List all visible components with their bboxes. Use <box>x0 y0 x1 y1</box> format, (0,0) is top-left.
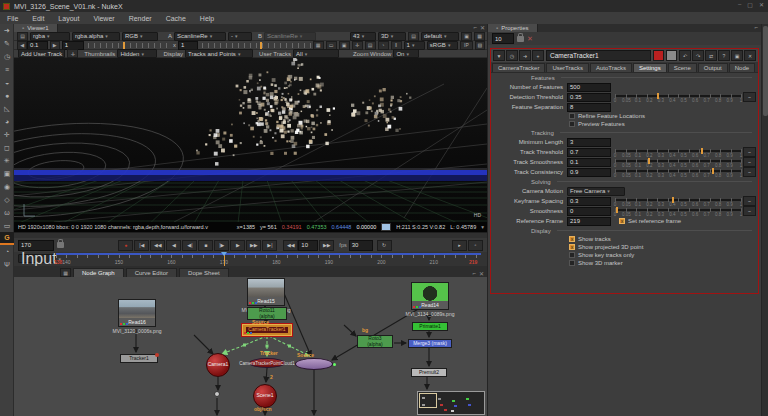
checkbox[interactable] <box>569 113 575 119</box>
tab-dope-sheet[interactable]: Dope Sheet <box>179 268 229 277</box>
node-tab-settings[interactable]: Settings <box>633 63 667 72</box>
timeline-ruler[interactable]: 140150160170180190200210138219 <box>56 252 481 266</box>
node-tab-usertracks[interactable]: UserTracks <box>546 63 588 72</box>
viewer-tool-icon-3[interactable]: ✛ <box>352 41 363 50</box>
lut-dropdown[interactable]: sRGB▾ <box>427 41 458 50</box>
toolsets-icon[interactable]: ω <box>0 206 14 219</box>
param-field[interactable]: 8 <box>567 103 611 112</box>
transport-7[interactable]: ▶ <box>230 240 245 251</box>
3d-icon[interactable]: ◻ <box>0 141 14 154</box>
node-tab-scene[interactable]: Scene <box>668 63 697 72</box>
gamma-slider[interactable] <box>202 43 310 48</box>
dag-navigator-minimap[interactable] <box>417 391 485 415</box>
node-graph-canvas[interactable]: Read16MVI_3120_0006s.pngTracker1Read15MV… <box>14 277 487 416</box>
properties-scrollbar[interactable] <box>761 24 768 416</box>
curve-editor-button[interactable]: ~ <box>743 92 756 102</box>
menu-help[interactable]: Help <box>193 15 221 22</box>
window-control-0[interactable]: – <box>738 1 741 8</box>
checkbox[interactable]: x <box>619 218 625 224</box>
viewer-tool-icon-5[interactable]: ◔ <box>378 41 389 50</box>
time-icon[interactable]: ◷ <box>0 50 14 63</box>
render-button[interactable]: ▫ <box>468 240 483 251</box>
node-tab-autotracks[interactable]: AutoTracks <box>590 63 632 72</box>
channel-icon[interactable]: ≡ <box>0 63 14 76</box>
track-pointer-icon[interactable]: ✛ <box>67 49 78 58</box>
param-field[interactable]: 0.35 <box>567 93 611 102</box>
tab-properties[interactable]: ▪Properties <box>488 24 538 32</box>
guides-icon[interactable]: ▦ <box>474 32 485 41</box>
transport-8[interactable]: ▶▶ <box>246 240 261 251</box>
camera-dropdown[interactable]: default▾ <box>421 32 459 41</box>
param-slider[interactable]: 00.050.10.20.30.40.50.60.70.80.91 <box>615 157 741 167</box>
loop-mode-button[interactable]: ↻ <box>377 240 392 251</box>
param-field[interactable]: 500 <box>567 83 611 92</box>
particles-icon[interactable]: ✳ <box>0 154 14 167</box>
node-tab-node[interactable]: Node <box>729 63 755 72</box>
alpha-layer-dropdown[interactable]: rgba.alpha▾ <box>72 32 120 41</box>
panel-header-icon-l3[interactable]: + <box>532 50 544 61</box>
merge-icon[interactable]: ◕ <box>0 115 14 128</box>
image-icon[interactable]: ➜ <box>0 24 14 37</box>
draw-icon[interactable]: ✎ <box>0 37 14 50</box>
lock-view-icon[interactable]: ▣ <box>461 32 472 41</box>
param-slider[interactable]: 00.050.10.20.30.40.50.60.70.80.91 <box>615 147 741 157</box>
transport-3[interactable]: ◀ <box>166 240 181 251</box>
keyer-icon[interactable]: ◺ <box>0 102 14 115</box>
transport-2[interactable]: ◀◀ <box>150 240 165 251</box>
dag-node-merge3-(mask)[interactable]: Merge3 (mask) <box>408 339 452 348</box>
param-field[interactable]: 0.3 <box>567 197 611 206</box>
panel-header-icon-r1[interactable]: ↷ <box>692 50 704 61</box>
viewer-tool-icon-2[interactable]: ▣ <box>339 41 350 50</box>
viewer-tool-icon-4[interactable]: ▤ <box>365 41 376 50</box>
lock-range-icon[interactable] <box>57 242 64 248</box>
dag-pane-corner[interactable]: ⌐✕ <box>472 270 484 277</box>
panel-header-icon-r2[interactable]: ⇄ <box>705 50 717 61</box>
view-select-dropdown[interactable]: 3D▾ <box>378 32 406 41</box>
param-field[interactable]: 3 <box>567 138 611 147</box>
stamp-icon[interactable]: Ψ <box>0 258 14 271</box>
dag-node-tracker1[interactable]: Tracker1 <box>120 354 158 363</box>
display-dropdown[interactable]: Tracks and Points▾ <box>185 49 253 58</box>
dag-node-read14[interactable]: Read14 <box>411 282 449 310</box>
param-field[interactable]: 0.1 <box>567 158 611 167</box>
checkbox[interactable]: x <box>569 236 575 242</box>
panel-header-icon-r3[interactable]: ? <box>718 50 730 61</box>
transport-4[interactable]: ◀| <box>182 240 197 251</box>
transform-icon[interactable]: ✛ <box>0 128 14 141</box>
tab-node-graph[interactable]: Node Graph <box>73 268 124 277</box>
node-tab-output[interactable]: Output <box>698 63 728 72</box>
transport-1[interactable]: |◀ <box>134 240 149 251</box>
transport-5[interactable]: ■ <box>198 240 213 251</box>
thumbnails-dropdown[interactable]: Hidden▾ <box>117 49 157 58</box>
curve-editor-button[interactable]: ~ <box>743 196 756 206</box>
frame-inc-field[interactable]: 10 <box>298 240 318 251</box>
input-process-button[interactable]: IP <box>460 41 473 50</box>
zoom-dropdown[interactable]: 43▾ <box>350 32 376 41</box>
dag-node-scene1[interactable]: Scene1 <box>253 384 277 408</box>
curve-editor-button[interactable]: ~ <box>743 206 756 216</box>
dag-node-read16[interactable]: Read16 <box>118 299 156 327</box>
param-field[interactable]: 0 <box>567 207 611 216</box>
filter-icon[interactable]: ● <box>0 89 14 102</box>
layer-dropdown[interactable]: rgba▾ <box>30 32 70 41</box>
range-source-dropdown[interactable]: Input▾ <box>18 254 56 263</box>
panel-header-icon-r5[interactable]: ✕ <box>744 50 756 61</box>
frame-inc-back-button[interactable]: ◀◀ <box>283 240 298 251</box>
param-slider[interactable]: 00.050.10.20.30.40.50.60.70.80.91 <box>615 206 741 216</box>
curve-editor-button[interactable]: ~ <box>743 167 756 177</box>
flipbook-icon[interactable]: ▤ <box>408 32 419 41</box>
window-control-1[interactable]: ▢ <box>747 1 753 8</box>
close-all-panels-icon[interactable]: ✕ <box>527 35 533 43</box>
param-slider[interactable]: 00.050.10.20.30.40.50.60.70.80.91 <box>615 167 741 177</box>
dag-node-primatte1[interactable]: Primatte1 <box>412 322 448 331</box>
dag-node-dot1[interactable] <box>214 391 220 397</box>
curve-editor-button[interactable]: ~ <box>743 147 756 157</box>
node-tab-cameratracker[interactable]: CameraTracker <box>492 63 545 72</box>
dag-node-premult2[interactable]: Premult2 <box>411 368 447 377</box>
other-icon[interactable]: ▭ <box>0 219 14 232</box>
panel-header-icon-l1[interactable]: ◷ <box>506 50 518 61</box>
dag-node-cameratracker1[interactable]: CameraTracker1 <box>242 324 292 336</box>
checkbox[interactable]: x <box>569 244 575 250</box>
node-name-field[interactable]: CameraTracker1 <box>546 50 651 61</box>
pane-menu-icon[interactable]: ▦ <box>60 268 71 277</box>
